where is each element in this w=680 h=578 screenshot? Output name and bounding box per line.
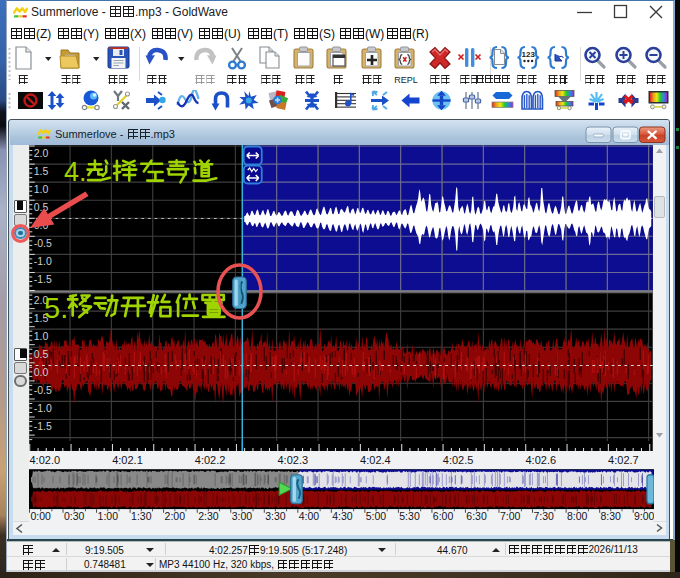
svg-text:0.0: 0.0 [33, 366, 48, 378]
svg-text:3:30: 3:30 [265, 509, 286, 521]
svg-text:2:30: 2:30 [198, 509, 219, 521]
svg-text:8:00: 8:00 [566, 509, 587, 521]
svg-text:5:00: 5:00 [365, 509, 386, 521]
svg-text:1.5: 1.5 [33, 312, 48, 324]
svg-text:-1.0: -1.0 [33, 255, 51, 267]
svg-text:0:00: 0:00 [30, 509, 51, 521]
svg-text:6:30: 6:30 [466, 509, 487, 521]
svg-text:1:00: 1:00 [97, 509, 118, 521]
svg-text:8:30: 8:30 [600, 509, 621, 521]
svg-text:0.5: 0.5 [33, 348, 48, 360]
svg-text:-0.5: -0.5 [33, 384, 51, 396]
svg-text:7:30: 7:30 [533, 509, 554, 521]
svg-text:0.5: 0.5 [33, 201, 48, 213]
svg-text:123: 123 [522, 50, 536, 59]
svg-text:1.5: 1.5 [33, 165, 48, 177]
svg-text:2.0: 2.0 [33, 294, 48, 306]
svg-text:4:00: 4:00 [298, 509, 319, 521]
svg-text:7:00: 7:00 [499, 509, 520, 521]
svg-text:-1.5: -1.5 [33, 420, 51, 432]
svg-text:2:00: 2:00 [164, 509, 185, 521]
svg-text:3:00: 3:00 [231, 509, 252, 521]
svg-text:6:00: 6:00 [432, 509, 453, 521]
svg-text:-0.5: -0.5 [33, 237, 51, 249]
svg-text:4:30: 4:30 [332, 509, 353, 521]
svg-text:0:30: 0:30 [64, 509, 85, 521]
svg-text:1.0: 1.0 [33, 183, 48, 195]
svg-text:0.0: 0.0 [33, 219, 48, 231]
svg-text:-1.5: -1.5 [33, 273, 51, 285]
svg-text:9:00: 9:00 [633, 509, 653, 521]
svg-text:2.0: 2.0 [33, 147, 48, 159]
svg-text:5:30: 5:30 [399, 509, 420, 521]
svg-text:1.0: 1.0 [33, 330, 48, 342]
svg-text:-1.0: -1.0 [33, 402, 51, 414]
svg-text:1:30: 1:30 [131, 509, 152, 521]
